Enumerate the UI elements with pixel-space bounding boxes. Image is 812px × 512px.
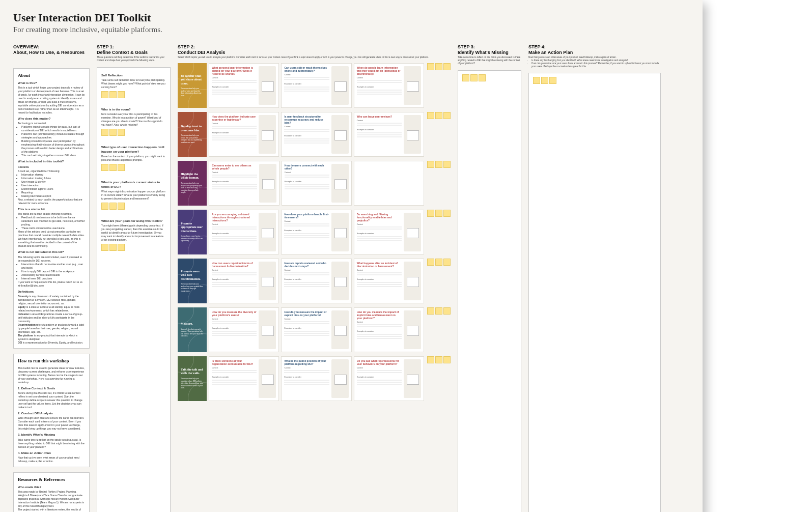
step3-h2: Identify What's Missing <box>458 50 521 55</box>
step3-h1: STEP 3: <box>458 44 521 49</box>
sticky-notes[interactable] <box>427 259 451 303</box>
analysis-card[interactable]: How does your platform handle first-time… <box>281 210 351 254</box>
card-thumbnail <box>404 262 421 300</box>
analysis-card[interactable]: Are you encouraging unbiased interaction… <box>209 210 279 254</box>
step1-question: Who is in the room?Now consider everyone… <box>101 107 166 136</box>
sticky-notes[interactable] <box>427 210 451 254</box>
card-row: Promote appropriate user interactions.Ev… <box>178 210 451 254</box>
step1-question: What are your goals for using this toolk… <box>101 219 166 251</box>
lead-card[interactable]: Be careful what you share about users.Th… <box>178 63 207 108</box>
overview-h2: About, How to Use, & Resources <box>13 50 90 55</box>
step1-question: Self ReflectionTake some self-reflection… <box>101 73 166 98</box>
sticky-notes[interactable] <box>101 164 166 171</box>
col-step2: STEP 2: Conduct DEI Analysis Select whic… <box>178 44 451 512</box>
about-title: About <box>18 72 85 79</box>
sticky-notes[interactable] <box>427 63 451 108</box>
howto-title: How to run this workshop <box>18 358 85 364</box>
card-row: Develop trust to overcome bias.These que… <box>178 112 451 157</box>
analysis-card[interactable]: How do you measure the impact of implici… <box>354 307 424 352</box>
step1-h1: STEP 1: <box>97 44 171 49</box>
sticky-notes[interactable] <box>101 91 166 98</box>
analysis-card[interactable]: Can users enter to see others as whole p… <box>209 161 279 206</box>
lead-card[interactable]: Promote users who face discrimination.Th… <box>178 259 207 303</box>
sticky-notes[interactable] <box>427 356 451 401</box>
card-row: Highlight the whole human.These question… <box>178 161 451 206</box>
card-thumbnail <box>404 115 421 154</box>
step1-question: What type of user interaction happens / … <box>101 145 166 171</box>
analysis-card[interactable]: What happens after an incident of discri… <box>354 259 424 303</box>
analysis-card[interactable]: How does the platform indicate user expe… <box>209 112 279 157</box>
card-thumbnail <box>259 213 276 251</box>
step4-h1: STEP 4: <box>528 44 661 49</box>
analysis-card[interactable]: How are reports reviewed and who decides… <box>281 259 351 303</box>
sticky-notes[interactable] <box>462 74 517 81</box>
analysis-card[interactable]: Do searching and filtering functionality… <box>354 210 424 254</box>
sticky-notes[interactable] <box>101 203 166 210</box>
card-thumbnail <box>331 164 349 203</box>
card-thumbnail <box>331 66 349 105</box>
sticky-notes[interactable] <box>427 112 451 157</box>
card-row: Promote users who face discrimination.Th… <box>178 259 451 303</box>
sticky-notes[interactable] <box>101 129 166 136</box>
sticky-notes[interactable] <box>427 161 451 206</box>
card-thumbnail <box>331 310 349 349</box>
card-thumbnail <box>259 164 276 203</box>
card-thumbnail <box>259 310 276 349</box>
card-thumbnail <box>331 262 349 300</box>
sticky-notes[interactable] <box>101 244 166 251</box>
lead-card[interactable]: Highlight the whole human.These question… <box>178 161 207 206</box>
step1-panel: Self ReflectionTake some self-reflection… <box>97 67 171 512</box>
analysis-card[interactable]: Is there someone at your organization ac… <box>209 356 279 401</box>
about-panel: About What is this? This is a tool which… <box>13 68 90 349</box>
card-thumbnail <box>404 359 421 398</box>
analysis-card[interactable]: When do people learn information that th… <box>354 63 424 108</box>
columns: OVERVIEW: About, How to Use, & Resources… <box>13 44 689 512</box>
resources-panel: Resources & References Who made this? Th… <box>13 472 90 512</box>
step4-h2: Make an Action Plan <box>528 50 661 55</box>
analysis-card[interactable]: How do you measure the impact of explici… <box>281 307 351 352</box>
analysis-card[interactable]: Who can leave user reviews?ContextExampl… <box>354 112 424 157</box>
step1-h2: Define Context & Goals <box>97 50 171 55</box>
card-row: Talk the talk and walk the walk.These qu… <box>178 356 451 401</box>
analysis-card[interactable]: How do you measure the diversity of your… <box>209 307 279 352</box>
howto-panel: How to run this workshop This toolkit ca… <box>13 354 90 467</box>
card-thumbnail <box>331 213 349 251</box>
analysis-card[interactable]: How do users connect with each other?Con… <box>282 161 352 206</box>
overview-h1: OVERVIEW: <box>13 44 90 49</box>
card-thumbnail <box>331 115 349 154</box>
canvas: User Interaction DEI Toolkit For creatin… <box>0 0 703 512</box>
step4-panel <box>528 73 661 512</box>
lead-card[interactable]: Measure.You can't fix what you can't mea… <box>178 307 207 352</box>
col-overview: OVERVIEW: About, How to Use, & Resources… <box>13 44 90 512</box>
card-thumbnail <box>259 115 276 154</box>
step2-h2: Conduct DEI Analysis <box>178 50 451 55</box>
card-thumbnail <box>259 359 276 398</box>
lead-card[interactable]: Talk the talk and walk the walk.These qu… <box>178 356 207 401</box>
card-thumbnail <box>259 66 276 105</box>
analysis-card[interactable]: How can users report incidents of harass… <box>209 259 279 303</box>
step3-desc: Take some time to reflect on the cards y… <box>458 56 521 65</box>
analysis-card[interactable]: Is user feedback structured to encourage… <box>281 112 351 157</box>
page-title: User Interaction DEI Toolkit <box>13 11 689 24</box>
analysis-card[interactable]: What personal user information is shared… <box>209 63 279 108</box>
card-thumbnail <box>404 310 421 349</box>
step2-h1: STEP 2: <box>178 44 451 49</box>
card-row: Be careful what you share about users.Th… <box>178 63 451 108</box>
card-thumbnail <box>259 262 276 300</box>
card-row: Measure.You can't fix what you can't mea… <box>178 307 451 352</box>
resources-title: Resources & References <box>18 476 85 483</box>
card-thumbnail <box>404 213 421 251</box>
sticky-notes[interactable] <box>533 77 656 84</box>
col-step3: STEP 3: Identify What's Missing Take som… <box>458 44 521 512</box>
analysis-card[interactable]: Do you ask what repercussions for user b… <box>354 356 424 401</box>
page-subtitle: For creating more inclusive, equitable p… <box>13 25 689 34</box>
card-thumbnail <box>404 66 421 105</box>
col-step4: STEP 4: Make an Action Plan Now that you… <box>528 44 661 512</box>
analysis-card[interactable]: Can users edit or mask themselves online… <box>281 63 351 108</box>
lead-card[interactable]: Develop trust to overcome bias.These que… <box>178 112 207 157</box>
analysis-card[interactable]: What is the public position of your plat… <box>281 356 351 401</box>
sticky-notes[interactable] <box>427 307 451 352</box>
card-thumbnail <box>331 359 349 398</box>
empty-card <box>354 161 424 206</box>
lead-card[interactable]: Promote appropriate user interactions.Ev… <box>178 210 207 254</box>
